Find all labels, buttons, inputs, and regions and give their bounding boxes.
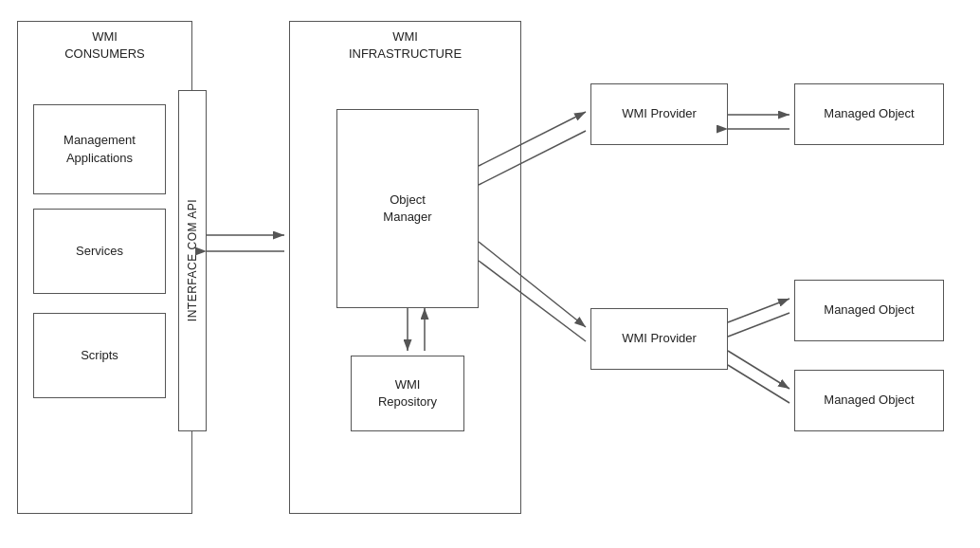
svg-line-11 [728,313,789,337]
services-label: Services [76,243,123,260]
svg-line-10 [728,299,789,322]
wmi-provider1-box: WMI Provider [590,83,728,145]
management-applications-box: ManagementApplications [33,104,166,194]
wmi-repository-label: WMIRepository [378,376,437,411]
managed-object1-box: Managed Object [794,83,944,145]
managed-object1-label: Managed Object [824,105,914,122]
infrastructure-label: WMI INFRASTRUCTURE [289,28,521,63]
wmi-repository-box: WMIRepository [351,356,464,431]
consumers-label: WMI CONSUMERS [17,28,192,63]
managed-object2-box: Managed Object [794,280,944,341]
managed-object3-label: Managed Object [824,392,914,409]
managed-object3-box: Managed Object [794,370,944,431]
object-manager-box: ObjectManager [336,109,479,308]
scripts-label: Scripts [81,347,118,364]
wmi-provider2-box: WMI Provider [590,308,728,370]
diagram-container: WMI CONSUMERS ManagementApplications Ser… [0,0,980,548]
svg-line-12 [728,351,789,389]
scripts-box: Scripts [33,313,166,398]
services-box: Services [33,209,166,294]
object-manager-label: ObjectManager [383,192,431,226]
interface-com-api-box: INTERFACE COM API [178,90,207,431]
wmi-provider2-label: WMI Provider [622,330,697,347]
interface-com-api-label: INTERFACE COM API [185,199,201,321]
management-applications-label: ManagementApplications [64,132,136,166]
svg-line-13 [728,365,789,403]
managed-object2-label: Managed Object [824,301,914,319]
wmi-provider1-label: WMI Provider [622,105,697,122]
